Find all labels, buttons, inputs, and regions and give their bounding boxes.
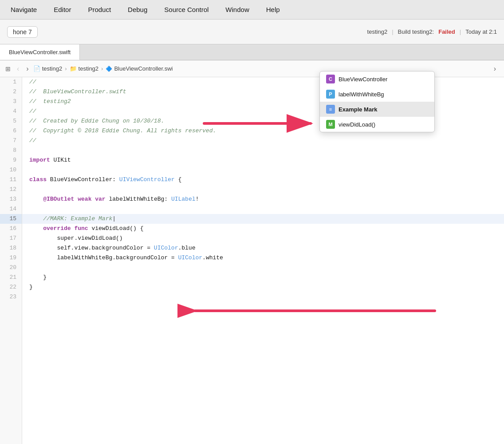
code-token: } [29, 284, 33, 290]
line-number: 9 [0, 155, 22, 165]
code-token: .white [202, 254, 223, 261]
dropdown-item-label: BlueViewController [339, 76, 387, 83]
dropdown-item[interactable]: PlabelWithWhiteBg [320, 87, 434, 102]
line-number: 4 [0, 107, 22, 116]
breadcrumb-right-nav[interactable]: › [491, 64, 499, 74]
breadcrumb-item-file[interactable]: 🔷 BlueViewController.swi [106, 65, 173, 72]
breadcrumb-folder-label: testing2 [79, 65, 99, 72]
grid-icon[interactable]: ⊞ [5, 65, 11, 72]
menu-window[interactable]: Window [224, 4, 251, 15]
menu-bar: Navigate Editor Product Debug Source Con… [0, 0, 504, 20]
menu-product[interactable]: Product [86, 4, 113, 15]
code-token: UIViewController [119, 176, 175, 183]
line-number: 6 [0, 126, 22, 136]
code-token: // Created by Eddie Chung on 10/30/18. [29, 118, 164, 124]
timestamp: Today at 2:1 [465, 28, 497, 35]
code-token: ! [196, 196, 199, 202]
code-token: //MARK: Example Mark [29, 215, 112, 222]
dropdown-item-icon: ≡ [326, 105, 335, 114]
code-line: self.view.backgroundColor = UIColor.blue [22, 243, 504, 253]
code-token: // [29, 137, 36, 144]
code-line: override func viewDidLoad() { [22, 224, 504, 234]
code-line: //MARK: Example Mark| [22, 214, 504, 224]
dropdown-item-icon: M [326, 120, 335, 129]
build-status: testing2 | Build testing2: Failed | Toda… [367, 28, 497, 35]
code-token: class [29, 176, 47, 183]
dropdown-item-label: viewDidLoad() [339, 121, 375, 128]
code-line: } [22, 282, 504, 292]
dropdown-item[interactable]: CBlueViewController [320, 71, 434, 87]
breadcrumb-item-folder[interactable]: 📁 testing2 [70, 65, 99, 72]
code-line [22, 185, 504, 194]
folder-icon: 📄 [33, 65, 40, 72]
line-number: 7 [0, 136, 22, 146]
toolbar: hone 7 testing2 | Build testing2: Failed… [0, 20, 504, 44]
arrow-left [177, 297, 444, 324]
line-number: 12 [0, 185, 22, 194]
code-token: // [29, 79, 36, 85]
code-token: func [74, 225, 88, 232]
breadcrumb-root-label: testing2 [42, 65, 63, 72]
active-tab[interactable]: BlueViewController.swift [0, 44, 80, 60]
line-number: 17 [0, 234, 22, 243]
build-failed-status: Failed [438, 28, 455, 35]
menu-navigate[interactable]: Navigate [9, 4, 39, 15]
code-token: // Copyright © 2018 Eddie Chung. All rig… [29, 127, 216, 134]
code-line [22, 204, 504, 214]
menu-editor[interactable]: Editor [52, 4, 73, 15]
menu-debug[interactable]: Debug [126, 4, 149, 15]
code-token: | [112, 215, 116, 222]
line-number: 21 [0, 273, 22, 282]
dropdown-item-icon: P [326, 90, 335, 99]
code-token: { [175, 176, 182, 183]
line-number: 5 [0, 116, 22, 126]
code-line: super.viewDidLoad() [22, 234, 504, 243]
dropdown-item[interactable]: ≡Example Mark [320, 102, 434, 117]
line-number: 15 [0, 214, 22, 224]
device-selector[interactable]: hone 7 [7, 26, 38, 38]
menu-help[interactable]: Help [264, 4, 282, 15]
code-token: @IBOutlet [29, 196, 74, 202]
code-token: UILabel [171, 196, 196, 202]
line-number: 22 [0, 282, 22, 292]
line-number: 10 [0, 165, 22, 175]
code-token: // testing2 [29, 98, 71, 105]
line-number: 23 [0, 292, 22, 302]
code-token: .blue [178, 245, 195, 251]
code-token: super.viewDidLoad() [29, 235, 123, 242]
breadcrumb-back-button[interactable]: ‹ [14, 64, 22, 74]
code-line: // [22, 136, 504, 146]
code-line [22, 165, 504, 175]
code-line: @IBOutlet weak var labelWithWhiteBg: UIL… [22, 194, 504, 204]
swift-file-icon: 🔷 [106, 66, 112, 72]
line-numbers: 1234567891011121314151617181920212223 [0, 77, 22, 444]
code-token: UIColor [178, 254, 202, 261]
breadcrumb-forward-button[interactable]: › [24, 64, 31, 74]
code-token: UIColor [154, 245, 178, 251]
dropdown-item-icon: C [326, 75, 335, 83]
code-token: var [95, 196, 105, 202]
line-number: 13 [0, 194, 22, 204]
breadcrumb-item-root[interactable]: 📄 testing2 [33, 65, 63, 72]
dropdown-item-label: Example Mark [339, 106, 377, 113]
code-line [22, 146, 504, 155]
code-line: import UIKit [22, 155, 504, 165]
line-number: 3 [0, 97, 22, 107]
code-token: weak [78, 196, 91, 202]
line-number: 19 [0, 253, 22, 263]
line-number: 8 [0, 146, 22, 155]
code-token: override [29, 225, 71, 232]
tab-bar: BlueViewController.swift [0, 44, 504, 60]
line-number: 2 [0, 87, 22, 97]
code-token: labelWithWhiteBg: [106, 196, 171, 202]
line-number: 11 [0, 175, 22, 185]
dropdown-item[interactable]: MviewDidLoad() [320, 117, 434, 132]
line-number: 1 [0, 77, 22, 87]
code-line: labelWithWhiteBg.backgroundColor = UICol… [22, 253, 504, 263]
line-number: 14 [0, 204, 22, 214]
dropdown-popup: CBlueViewControllerPlabelWithWhiteBg≡Exa… [319, 71, 435, 132]
breadcrumb-file-label: BlueViewController.swi [114, 65, 173, 72]
line-number: 20 [0, 263, 22, 273]
menu-source-control[interactable]: Source Control [162, 4, 210, 15]
dropdown-item-label: labelWithWhiteBg [339, 91, 384, 98]
